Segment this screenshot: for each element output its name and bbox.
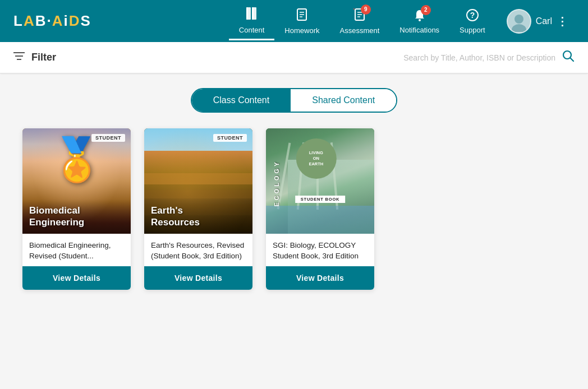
user-area[interactable]: Carl ⋮ bbox=[500, 4, 575, 38]
nav-item-homework[interactable]: Homework bbox=[274, 3, 329, 39]
support-label: Support bbox=[460, 26, 485, 34]
svg-rect-3 bbox=[252, 7, 254, 20]
assessment-icon: 9 bbox=[353, 8, 366, 25]
header: LAB·AiDS Content bbox=[0, 0, 588, 42]
avatar bbox=[507, 9, 531, 34]
book-info-earths: Earth's Resources, Revised (Student Book… bbox=[144, 234, 252, 266]
book-info-biomedical: Biomedical Engineering, Revised (Student… bbox=[22, 234, 131, 266]
ecology-circle-line1: LIVINGONEARTH bbox=[306, 150, 325, 166]
logo-text: LAB·AiDS bbox=[13, 12, 91, 30]
view-details-biomedical[interactable]: View Details bbox=[22, 266, 131, 290]
content-label: Content bbox=[239, 26, 265, 34]
ecology-circle: LIVINGONEARTH bbox=[296, 138, 336, 179]
view-details-ecology[interactable]: View Details bbox=[266, 266, 374, 290]
svg-point-12 bbox=[353, 8, 355, 10]
notifications-icon: 2 bbox=[413, 8, 426, 24]
svg-line-22 bbox=[571, 58, 574, 62]
book-title-biomedical: Biomedical Engineering, Revised (Student… bbox=[29, 240, 124, 262]
filter-bar: Filter Search by Title, Author, ISBN or … bbox=[0, 42, 588, 73]
user-name: Carl bbox=[536, 16, 552, 26]
nav-item-content[interactable]: Content bbox=[229, 2, 275, 40]
more-menu-icon[interactable]: ⋮ bbox=[557, 15, 568, 28]
book-card-biomedical: 🏅 STUDENT BiomedicalEngineering Biomedic… bbox=[22, 128, 131, 290]
tab-shared-content[interactable]: Shared Content bbox=[291, 89, 396, 112]
nav-item-support[interactable]: ? Support bbox=[449, 4, 495, 39]
book-cover-earths: STUDENT Earth'sResources bbox=[144, 128, 252, 234]
filter-label: Filter bbox=[31, 52, 397, 63]
support-icon: ? bbox=[466, 8, 479, 24]
badge-biomedical: STUDENT bbox=[91, 134, 125, 142]
cover-title-biomedical: BiomedicalEngineering bbox=[29, 205, 124, 229]
svg-point-16 bbox=[514, 15, 523, 24]
svg-point-13 bbox=[419, 19, 421, 21]
filter-icon[interactable] bbox=[13, 52, 25, 63]
badge-earths: STUDENT bbox=[213, 134, 247, 142]
search-icon[interactable] bbox=[562, 50, 575, 65]
search-placeholder: Search by Title, Author, ISBN or Descrip… bbox=[403, 53, 555, 62]
logo[interactable]: LAB·AiDS bbox=[13, 12, 91, 30]
assessment-badge: 9 bbox=[361, 4, 371, 15]
notifications-badge: 2 bbox=[421, 5, 431, 15]
content-grid: 🏅 STUDENT BiomedicalEngineering Biomedic… bbox=[0, 123, 588, 312]
tabs-container: Class Content Shared Content bbox=[0, 73, 588, 123]
book-info-ecology: SGI: Biology, ECOLOGY Student Book, 3rd … bbox=[266, 234, 374, 266]
ecology-student-book-label: STUDENT BOOK bbox=[295, 196, 346, 203]
nav-item-notifications[interactable]: 2 Notifications bbox=[389, 4, 449, 39]
tabs: Class Content Shared Content bbox=[191, 88, 398, 113]
view-details-earths[interactable]: View Details bbox=[144, 266, 252, 290]
homework-icon bbox=[295, 8, 309, 25]
content-icon bbox=[245, 6, 259, 24]
homework-label: Homework bbox=[284, 26, 319, 35]
tab-class-content[interactable]: Class Content bbox=[192, 89, 291, 112]
cover-title-earths: Earth'sResources bbox=[151, 205, 246, 229]
assessment-label: Assessment bbox=[339, 26, 379, 35]
book-title-ecology: SGI: Biology, ECOLOGY Student Book, 3rd … bbox=[273, 240, 368, 262]
ecology-side-text: ECOLOGY bbox=[269, 161, 283, 206]
book-cover-biomedical: 🏅 STUDENT BiomedicalEngineering bbox=[22, 128, 131, 234]
book-card-ecology: LIVINGONEARTH STUDENT BOOK ECOLOGY SGI: … bbox=[266, 128, 374, 290]
nav: Content Homework bbox=[229, 2, 495, 40]
book-cover-ecology: LIVINGONEARTH STUDENT BOOK ECOLOGY bbox=[266, 128, 374, 234]
book-title-earths: Earth's Resources, Revised (Student Book… bbox=[151, 240, 246, 262]
nav-item-assessment[interactable]: 9 Assessment bbox=[329, 3, 389, 39]
notifications-label: Notifications bbox=[399, 26, 439, 34]
svg-point-17 bbox=[512, 24, 526, 32]
svg-rect-2 bbox=[246, 7, 248, 20]
svg-text:?: ? bbox=[470, 11, 475, 20]
book-card-earths: STUDENT Earth'sResources Earth's Resourc… bbox=[144, 128, 252, 290]
